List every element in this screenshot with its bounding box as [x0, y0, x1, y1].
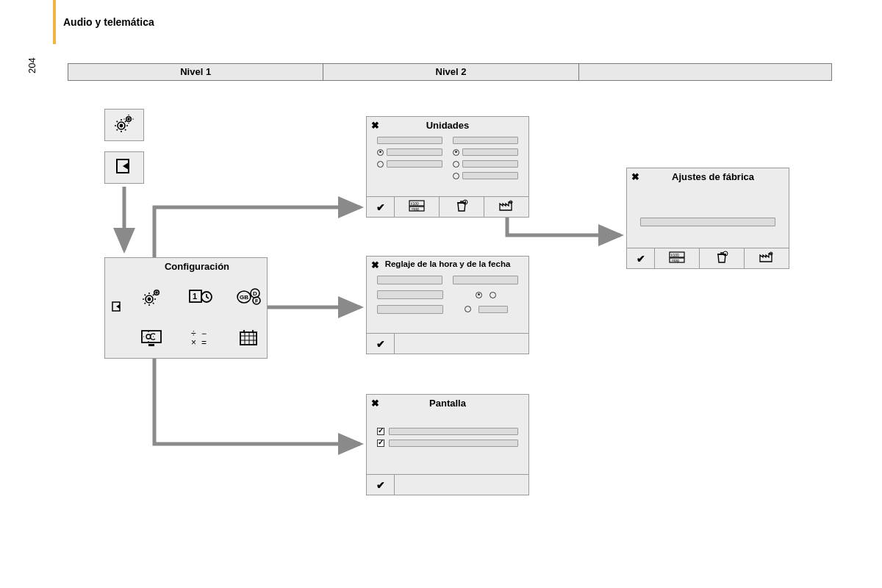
config-item-datetime[interactable]: 1 — [180, 281, 221, 316]
units-factory-button[interactable] — [484, 197, 528, 217]
unidades-panel-title: Unidades — [367, 117, 528, 134]
config-item-units[interactable]: ÷−×= — [180, 322, 221, 357]
radio-option[interactable] — [476, 292, 482, 298]
footer-spacer — [395, 334, 528, 354]
svg-point-3 — [128, 118, 129, 120]
unidades-footer: ✔ l/100mpg — [367, 196, 528, 217]
config-panel-title: Configuración — [105, 258, 267, 275]
accent-bar — [53, 0, 56, 44]
reglaje-panel-title: Reglaje de la hora y de la fecha — [367, 257, 528, 271]
svg-text:mpg: mpg — [412, 207, 419, 211]
pantalla-panel: ✖ Pantalla ✔ — [366, 394, 529, 495]
svg-point-1 — [120, 124, 122, 126]
config-panel: Configuración 1 GBDF ÷−×= — [104, 257, 268, 359]
radio-option[interactable] — [465, 306, 471, 312]
close-icon[interactable]: ✖ — [371, 259, 379, 270]
screen-brightness-icon — [140, 328, 165, 351]
level-3-header — [579, 64, 831, 80]
svg-text:×: × — [191, 337, 196, 347]
svg-text:=: = — [201, 337, 207, 347]
svg-text:D: D — [253, 290, 257, 297]
exit-icon — [114, 157, 135, 178]
close-icon[interactable]: ✖ — [371, 398, 379, 409]
svg-marker-5 — [123, 162, 129, 170]
confirm-button[interactable]: ✔ — [367, 475, 395, 495]
svg-text:F: F — [255, 298, 259, 304]
confirm-button[interactable]: ✔ — [627, 248, 655, 268]
checkbox[interactable] — [377, 428, 384, 435]
svg-marker-7 — [116, 304, 120, 309]
config-item-language[interactable]: GBDF — [229, 281, 270, 316]
gears-icon — [113, 114, 135, 136]
radio-option[interactable] — [377, 149, 384, 156]
config-item-calendar[interactable] — [229, 322, 270, 357]
svg-text:mpg: mpg — [672, 258, 679, 262]
svg-rect-22 — [148, 344, 154, 346]
section-title: Audio y telemática — [63, 16, 154, 28]
calendar-grid-icon — [238, 329, 260, 351]
gears-icon — [141, 287, 163, 309]
pantalla-footer: ✔ — [367, 474, 528, 495]
units-reset-button[interactable] — [440, 197, 484, 217]
ajustes-mpg-button[interactable]: l/100mpg — [655, 248, 700, 268]
ajustes-reset-button[interactable] — [700, 248, 745, 268]
config-item-settings[interactable] — [132, 281, 173, 316]
trash-reset-icon — [454, 199, 469, 215]
level-header-row: Nivel 1 Nivel 2 — [68, 63, 832, 81]
svg-text:l/100: l/100 — [411, 201, 419, 206]
svg-text:1: 1 — [193, 292, 197, 301]
ajustes-panel: ✖ Ajustes de fábrica ✔ l/100mpg — [626, 168, 789, 269]
svg-text:l/100: l/100 — [671, 253, 679, 257]
factory-icon — [498, 200, 514, 215]
radio-option[interactable] — [453, 173, 459, 179]
confirm-button[interactable]: ✔ — [367, 197, 395, 217]
page-number: 204 — [26, 57, 37, 74]
svg-point-9 — [148, 298, 150, 300]
ajustes-footer: ✔ l/100mpg — [627, 248, 789, 268]
language-icon: GBDF — [236, 287, 262, 309]
trash-reset-icon — [714, 251, 729, 267]
close-icon[interactable]: ✖ — [631, 171, 639, 182]
factory-icon — [759, 251, 775, 266]
svg-rect-21 — [142, 331, 161, 343]
reglaje-panel: ✖ Reglaje de la hora y de la fecha ✔ — [366, 256, 529, 354]
exit-button[interactable] — [104, 151, 144, 184]
radio-option[interactable] — [453, 149, 459, 156]
pantalla-panel-title: Pantalla — [367, 395, 528, 412]
svg-rect-28 — [240, 332, 257, 345]
mpg-units-icon: l/100mpg — [409, 200, 425, 215]
clock-date-icon: 1 — [188, 287, 213, 309]
radio-option[interactable] — [377, 161, 384, 168]
ajustes-panel-title: Ajustes de fábrica — [627, 168, 789, 185]
footer-spacer — [395, 475, 528, 495]
checkbox[interactable] — [377, 440, 384, 447]
units-math-icon: ÷−×= — [190, 329, 212, 350]
level-1-header: Nivel 1 — [68, 64, 323, 80]
svg-point-11 — [156, 292, 157, 293]
radio-option[interactable] — [490, 292, 496, 298]
mpg-units-icon: l/100mpg — [669, 251, 685, 266]
units-mpg-button[interactable]: l/100mpg — [395, 197, 440, 217]
settings-button[interactable] — [104, 109, 144, 141]
reglaje-footer: ✔ — [367, 333, 528, 354]
level-2-header: Nivel 2 — [323, 64, 578, 80]
config-item-screen[interactable] — [132, 322, 173, 357]
confirm-button[interactable]: ✔ — [367, 334, 395, 354]
unidades-panel: ✖ Unidades ✔ l/100mpg — [366, 116, 529, 218]
ajustes-factory-button[interactable] — [745, 248, 789, 268]
svg-text:GB: GB — [240, 294, 248, 301]
radio-option[interactable] — [453, 161, 459, 168]
back-icon[interactable] — [111, 301, 123, 315]
close-icon[interactable]: ✖ — [371, 120, 379, 131]
